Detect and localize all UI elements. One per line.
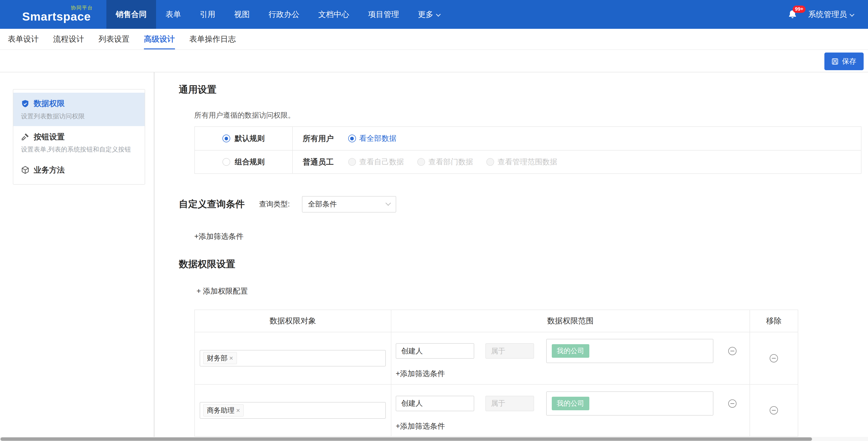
rule-combined-scope: 普通员工 查看自己数据 查看部门数据 查看管理范围数据 <box>293 150 861 173</box>
nav-item-sales-contract[interactable]: 销售合同 <box>106 0 156 29</box>
sidebar-item-label: 按钮设置 <box>34 132 65 142</box>
minus-circle-icon <box>728 347 737 355</box>
condition-operator-value: 属于 <box>491 346 505 356</box>
column-header-range: 数据权限范围 <box>391 310 750 332</box>
radio-checked-icon[interactable] <box>348 135 356 142</box>
logo-text: Smartspace <box>22 10 91 23</box>
nav-item-forms[interactable]: 表单 <box>156 0 190 29</box>
radio-disabled-icon <box>486 158 494 166</box>
chevron-down-icon <box>385 200 391 206</box>
radio-disabled-icon <box>348 158 356 166</box>
nav-item-views[interactable]: 视图 <box>225 0 259 29</box>
radio-unchecked-icon[interactable] <box>222 158 230 166</box>
general-rules-table: 默认规则 所有用户 看全部数据 组合规则 <box>194 126 862 174</box>
query-type-value: 全部条件 <box>308 199 337 209</box>
option-label: 查看部门数据 <box>428 157 473 167</box>
condition-field-select[interactable]: 创建人 <box>396 343 474 359</box>
general-settings-subtitle: 所有用户遵循的数据访问权限。 <box>194 110 862 120</box>
option-label: 看全部数据 <box>359 133 397 143</box>
rule-default-option[interactable]: 默认规则 <box>195 127 293 150</box>
horizontal-scrollbar-thumb[interactable] <box>0 437 812 441</box>
add-filter-condition-link[interactable]: +添加筛选条件 <box>396 369 445 379</box>
tag-close-icon[interactable]: × <box>236 407 240 414</box>
remove-row-button[interactable] <box>769 406 778 415</box>
scope-label: 普通员工 <box>303 157 335 167</box>
app-window: 协同平台 Smartspace 销售合同 表单 引用 视图 行政办公 文档中心 … <box>0 0 868 441</box>
subject-tag-label: 财务部 <box>207 353 227 363</box>
nav-item-admin-office[interactable]: 行政办公 <box>259 0 309 29</box>
condition-field-select[interactable]: 创建人 <box>396 396 474 411</box>
permission-table: 数据权限对象 数据权限范围 移除 财务部 × <box>194 310 798 437</box>
add-filter-condition-link[interactable]: +添加筛选条件 <box>396 421 445 431</box>
condition-operator-value: 属于 <box>491 398 505 408</box>
subject-input[interactable]: 商务助理 × <box>200 402 386 419</box>
nav-item-reference[interactable]: 引用 <box>190 0 225 29</box>
table-row: 商务助理 × 创建人 属于 <box>195 384 798 436</box>
sidebar-item-desc: 设置列表数据访问权限 <box>21 112 137 121</box>
sidebar-item-data-permission[interactable]: 数据权限 设置列表数据访问权限 <box>13 93 145 126</box>
subject-input[interactable]: 财务部 × <box>200 350 386 367</box>
tab-flow-design[interactable]: 流程设计 <box>53 29 84 49</box>
column-header-remove: 移除 <box>750 310 798 332</box>
user-menu[interactable]: 系统管理员 <box>808 9 854 20</box>
tab-advanced-design[interactable]: 高级设计 <box>144 29 175 49</box>
rule-default-scope: 所有用户 看全部数据 <box>293 127 861 150</box>
logo: 协同平台 Smartspace <box>22 6 91 23</box>
topbar-right: 99+ 系统管理员 <box>788 9 854 20</box>
save-button[interactable]: 保存 <box>825 53 864 70</box>
option-view-department-data: 查看部门数据 <box>417 157 473 167</box>
nav-item-document-center[interactable]: 文档中心 <box>309 0 359 29</box>
notifications-button[interactable]: 99+ <box>788 9 797 20</box>
option-label: 查看自己数据 <box>359 157 404 167</box>
option-view-all-data[interactable]: 看全部数据 <box>348 133 397 143</box>
condition-value-input[interactable]: 我的公司 <box>546 339 713 363</box>
remove-condition-button[interactable] <box>728 347 737 355</box>
minus-circle-icon <box>769 406 778 415</box>
tag-close-icon[interactable]: × <box>229 355 233 361</box>
toolbar: 保存 <box>0 50 868 73</box>
radio-checked-icon[interactable] <box>222 135 230 142</box>
table-row: 组合规则 普通员工 查看自己数据 查看部门数据 <box>195 150 861 173</box>
condition-value-input[interactable]: 我的公司 <box>546 392 713 416</box>
data-permission-icon <box>21 100 29 108</box>
nav-item-project-management[interactable]: 项目管理 <box>359 0 408 29</box>
rule-combined-option[interactable]: 组合规则 <box>195 150 293 173</box>
add-filter-condition-link[interactable]: +添加筛选条件 <box>194 231 244 242</box>
subject-cell: 财务部 × <box>195 332 391 384</box>
query-type-select[interactable]: 全部条件 <box>302 196 396 213</box>
remove-row-button[interactable] <box>769 354 778 363</box>
sidebar-item-head: 按钮设置 <box>21 132 137 142</box>
sidebar-item-label: 业务方法 <box>34 165 65 175</box>
radio-disabled-icon <box>417 158 425 166</box>
button-settings-icon <box>21 133 29 141</box>
range-cell: 创建人 属于 我的公司 <box>391 384 750 436</box>
remove-condition-button[interactable] <box>728 399 737 408</box>
rule-label: 组合规则 <box>235 157 265 167</box>
table-row: 默认规则 所有用户 看全部数据 <box>195 127 861 150</box>
chevron-down-icon <box>849 12 854 16</box>
nav-item-more[interactable]: 更多 <box>408 0 450 29</box>
tab-form-operation-log[interactable]: 表单操作日志 <box>189 29 236 49</box>
tab-bar: 表单设计 流程设计 列表设置 高级设计 表单操作日志 <box>0 29 868 50</box>
tab-list-settings[interactable]: 列表设置 <box>99 29 130 49</box>
condition-field-value: 创建人 <box>401 398 423 408</box>
add-permission-config-link[interactable]: + 添加权限配置 <box>196 286 248 296</box>
remove-cell <box>750 332 798 384</box>
nav-item-more-label: 更多 <box>418 10 433 19</box>
tab-form-design[interactable]: 表单设计 <box>8 29 39 49</box>
condition-operator-select: 属于 <box>485 396 534 411</box>
query-type-label: 查询类型: <box>259 199 290 209</box>
sidebar-item-business-method[interactable]: 业务方法 <box>13 159 145 181</box>
sidebar: 数据权限 设置列表数据访问权限 按钮设置 设置表单,列表的系统按钮和自定义按钮 <box>13 89 145 185</box>
chevron-down-icon <box>436 12 440 16</box>
topbar: 协同平台 Smartspace 销售合同 表单 引用 视图 行政办公 文档中心 … <box>0 0 868 29</box>
condition-value-tag: 我的公司 <box>552 397 589 410</box>
content: 数据权限 设置列表数据访问权限 按钮设置 设置表单,列表的系统按钮和自定义按钮 <box>0 72 868 441</box>
custom-query-section: 自定义查询条件 查询类型: 全部条件 <box>179 196 862 213</box>
sidebar-item-head: 数据权限 <box>21 98 137 109</box>
subject-tag: 财务部 × <box>203 352 237 364</box>
sidebar-item-button-settings[interactable]: 按钮设置 设置表单,列表的系统按钮和自定义按钮 <box>13 126 145 159</box>
remove-cell <box>750 384 798 436</box>
scope-label: 所有用户 <box>303 133 335 144</box>
business-method-icon <box>21 166 29 174</box>
